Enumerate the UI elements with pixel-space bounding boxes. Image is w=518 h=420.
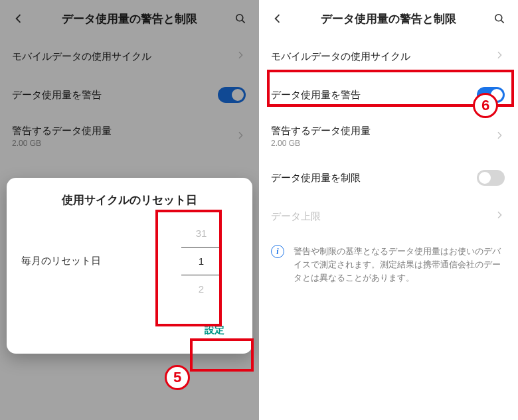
row-label: 警告するデータ使用量: [12, 125, 228, 137]
reset-day-label: 毎月のリセット日: [21, 255, 159, 267]
row-label: 警告するデータ使用量: [271, 125, 487, 137]
confirm-button[interactable]: 設定: [191, 318, 238, 342]
info-text: 警告や制限の基準となるデータ使用量はお使いのデバイスで測定されます。測定結果は携…: [294, 245, 505, 285]
row-cap: データ上限: [259, 197, 518, 236]
chevron-right-icon: [494, 210, 505, 223]
row-warn-amount[interactable]: 警告するデータ使用量 2.00 GB: [0, 114, 259, 159]
svg-line-1: [242, 21, 245, 23]
picker-next: 2: [199, 283, 204, 295]
svg-point-2: [495, 15, 502, 21]
left-screen: データ使用量の警告と制限 モバイルデータの使用サイクル データ使用量を警告 警告…: [0, 0, 259, 420]
row-label: モバイルデータの使用サイクル: [12, 50, 228, 63]
picker-prev: 31: [196, 228, 207, 239]
page-title: データ使用量の警告と制限: [37, 11, 222, 27]
header: データ使用量の警告と制限: [0, 0, 259, 37]
dialog-title: 使用サイクルのリセット日: [21, 192, 238, 208]
search-icon[interactable]: [489, 8, 510, 29]
right-screen: データ使用量の警告と制限 モバイルデータの使用サイクル データ使用量を警告 警告…: [259, 0, 518, 420]
back-icon[interactable]: [8, 8, 29, 29]
row-limit[interactable]: データ使用量を制限: [259, 159, 518, 197]
back-icon[interactable]: [267, 8, 288, 29]
row-label: データ上限: [271, 210, 487, 223]
toggle-limit[interactable]: [477, 170, 505, 186]
chevron-right-icon: [235, 50, 246, 63]
row-label: モバイルデータの使用サイクル: [271, 50, 487, 63]
annotation-badge-5: 5: [165, 365, 190, 390]
picker-line: [181, 275, 221, 275]
chevron-right-icon: [235, 130, 246, 143]
chevron-right-icon: [494, 130, 505, 143]
svg-point-0: [236, 15, 243, 21]
row-label: データ使用量を制限: [271, 172, 470, 184]
info-icon: i: [271, 245, 284, 258]
picker-line: [181, 247, 221, 247]
page-title: データ使用量の警告と制限: [296, 11, 481, 27]
row-label: データ使用量を警告: [12, 89, 211, 102]
day-picker[interactable]: 31 1 2: [165, 228, 238, 295]
annotation-badge-6: 6: [473, 93, 498, 118]
picker-current: 1: [199, 255, 204, 267]
row-warn-amount[interactable]: 警告するデータ使用量 2.00 GB: [259, 114, 518, 159]
row-warn[interactable]: データ使用量を警告: [0, 76, 259, 114]
row-label: データ使用量を警告: [271, 89, 470, 102]
reset-day-dialog: 使用サイクルのリセット日 毎月のリセット日 31 1 2 設定: [7, 178, 252, 354]
svg-line-3: [501, 21, 504, 23]
toggle-warn[interactable]: [218, 87, 246, 103]
search-icon[interactable]: [230, 8, 251, 29]
row-cycle[interactable]: モバイルデータの使用サイクル: [259, 37, 518, 76]
header: データ使用量の警告と制限: [259, 0, 518, 37]
row-sublabel: 2.00 GB: [12, 139, 228, 148]
row-cycle[interactable]: モバイルデータの使用サイクル: [0, 37, 259, 76]
info-row: i 警告や制限の基準となるデータ使用量はお使いのデバイスで測定されます。測定結果…: [259, 236, 518, 294]
row-sublabel: 2.00 GB: [271, 139, 487, 148]
chevron-right-icon: [494, 50, 505, 63]
